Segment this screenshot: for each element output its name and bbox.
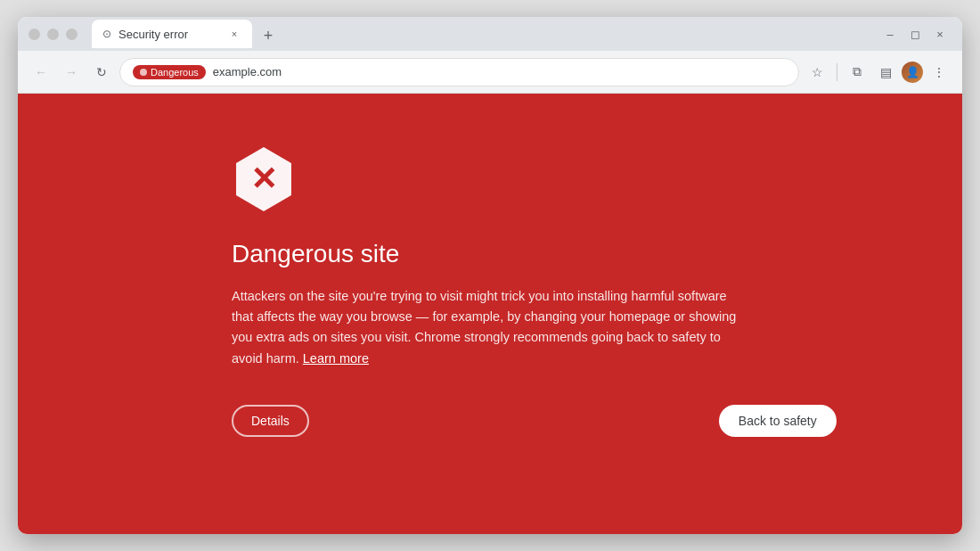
- window-close-icon[interactable]: ×: [928, 22, 951, 45]
- new-tab-button[interactable]: +: [256, 23, 281, 48]
- active-tab[interactable]: ⊙ Security error ×: [92, 20, 252, 48]
- window-controls: [18, 29, 88, 40]
- error-body-text: Attackers on the site you're trying to v…: [232, 286, 748, 369]
- forward-button[interactable]: →: [59, 60, 84, 85]
- toolbar: ← → ↻ Dangerous example.com ☆ ⧉ ▤ 👤 ⋮: [18, 51, 962, 94]
- minimize-button[interactable]: [29, 29, 40, 40]
- back-to-safety-button[interactable]: Back to safety: [719, 405, 837, 437]
- error-title: Dangerous site: [232, 240, 399, 268]
- reload-button[interactable]: ↻: [89, 60, 114, 85]
- maximize-button[interactable]: [47, 29, 59, 40]
- error-actions: Details Back to safety: [232, 405, 748, 437]
- error-page: ✕ Dangerous site Attackers on the site y…: [18, 94, 962, 534]
- tab-favicon: ⊙: [102, 28, 111, 40]
- sidebar-button[interactable]: ▤: [873, 60, 898, 85]
- extensions-button[interactable]: ⧉: [845, 60, 870, 85]
- menu-button[interactable]: ⋮: [927, 60, 951, 85]
- window-btn-area: – ◻ ×: [878, 17, 962, 51]
- error-x-icon: ✕: [250, 163, 277, 195]
- bookmark-button[interactable]: ☆: [804, 60, 829, 85]
- tab-title: Security error: [118, 28, 220, 41]
- profile-avatar[interactable]: 👤: [902, 62, 923, 83]
- danger-badge-label: Dangerous: [151, 67, 199, 78]
- url-text: example.com: [213, 65, 786, 78]
- dangerous-badge: Dangerous: [133, 65, 206, 79]
- close-button[interactable]: [66, 29, 78, 40]
- tabs-area: ⊙ Security error × +: [88, 20, 878, 48]
- title-bar: ⊙ Security error × + – ◻ ×: [18, 17, 962, 51]
- window-maximize-icon[interactable]: ◻: [903, 22, 927, 45]
- address-bar[interactable]: Dangerous example.com: [119, 58, 799, 86]
- error-icon: ✕: [232, 147, 296, 211]
- browser-window: ⊙ Security error × + – ◻ × ← → ↻ Dangero…: [18, 17, 962, 534]
- danger-badge-icon: [140, 69, 147, 76]
- learn-more-link[interactable]: Learn more: [303, 351, 369, 366]
- tab-close-button[interactable]: ×: [227, 27, 241, 41]
- toolbar-divider: [837, 63, 837, 81]
- back-button[interactable]: ←: [29, 60, 53, 85]
- window-minimize-icon[interactable]: –: [878, 22, 902, 45]
- details-button[interactable]: Details: [232, 405, 309, 437]
- toolbar-right: ☆ ⧉ ▤ 👤 ⋮: [804, 60, 951, 85]
